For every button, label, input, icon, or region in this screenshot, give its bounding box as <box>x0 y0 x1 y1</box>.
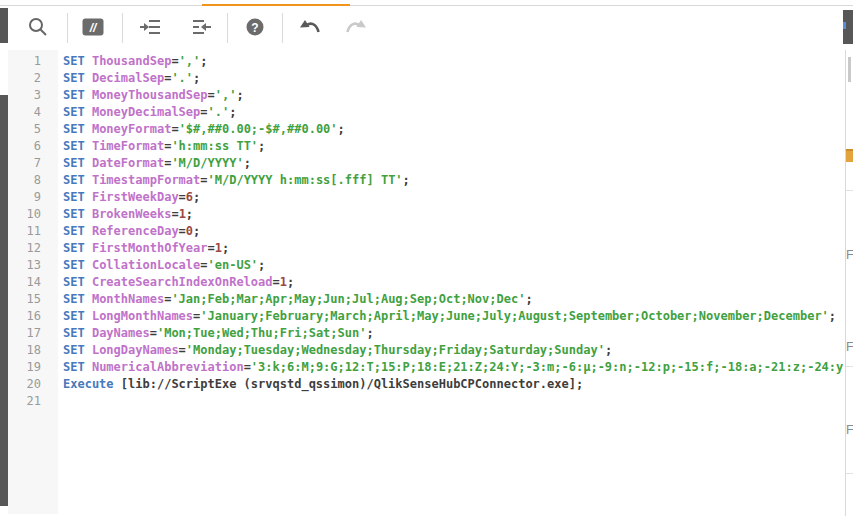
code-line[interactable]: SET DecimalSep='.'; <box>63 70 845 87</box>
toolbar-divider <box>122 13 123 43</box>
editor-toolbar: // <box>8 6 845 51</box>
toolbar-divider <box>67 13 68 43</box>
code-line[interactable]: SET ReferenceDay=0; <box>63 223 845 240</box>
code-line[interactable]: SET DayNames='Mon;Tue;Wed;Thu;Fri;Sat;Su… <box>63 325 845 342</box>
toolbar-divider <box>227 13 228 43</box>
code-line[interactable]: SET TimestampFormat='M/D/YYYY h:mm:ss[.f… <box>63 172 845 189</box>
line-number: 15 <box>8 291 41 308</box>
code-line[interactable]: Execute [lib://ScriptExe (srvqstd_qssimo… <box>63 376 845 393</box>
help-button[interactable]: ? <box>239 12 271 44</box>
line-number: 5 <box>8 121 41 138</box>
line-number: 9 <box>8 189 41 206</box>
right-panel-row-divider <box>846 473 853 474</box>
code-line[interactable]: SET LongMonthNames='January;February;Mar… <box>63 308 845 325</box>
data-load-editor: // <box>0 0 853 516</box>
line-number: 2 <box>8 70 41 87</box>
code-line[interactable]: SET MoneyThousandSep=','; <box>63 87 845 104</box>
line-number: 20 <box>8 376 41 393</box>
svg-text:?: ? <box>251 20 258 34</box>
line-number: 17 <box>8 325 41 342</box>
connection-row-fragment: F <box>846 340 853 354</box>
line-number: 12 <box>8 240 41 257</box>
code-line[interactable] <box>63 393 845 410</box>
line-number: 10 <box>8 206 41 223</box>
code-line[interactable]: SET CreateSearchIndexOnReload=1; <box>63 274 845 291</box>
help-icon: ? <box>245 17 265 40</box>
line-number: 21 <box>8 393 41 410</box>
indent-icon <box>140 16 162 41</box>
toolbar-divider <box>282 13 283 43</box>
undo-button[interactable] <box>294 12 326 44</box>
right-panel-header-accent <box>843 22 846 29</box>
code-line[interactable]: SET LongDayNames='Monday;Tuesday;Wednesd… <box>63 342 845 359</box>
left-panel-edge-top <box>0 8 8 43</box>
code-line[interactable]: SET TimeFormat='h:mm:ss TT'; <box>63 138 845 155</box>
line-number: 19 <box>8 359 41 376</box>
connection-icon-fragment <box>846 149 853 162</box>
right-panel-divider <box>845 50 846 516</box>
indent-button[interactable] <box>135 12 167 44</box>
right-panel-scrollbar[interactable] <box>848 57 851 82</box>
line-number: 18 <box>8 342 41 359</box>
search-icon <box>27 16 49 41</box>
line-number: 3 <box>8 87 41 104</box>
line-number: 7 <box>8 155 41 172</box>
line-number: 4 <box>8 104 41 121</box>
code-line[interactable]: SET BrokenWeeks=1; <box>63 206 845 223</box>
outdent-button[interactable] <box>186 12 218 44</box>
code-line[interactable]: SET FirstWeekDay=6; <box>63 189 845 206</box>
left-panel-edge <box>0 95 8 506</box>
search-button[interactable] <box>22 12 54 44</box>
line-number: 11 <box>8 223 41 240</box>
comment-icon: // <box>82 16 104 41</box>
code-line[interactable]: SET DateFormat='M/D/YYYY'; <box>63 155 845 172</box>
line-number-gutter: 123456789101112131415161718192021 <box>8 50 58 514</box>
code-line[interactable]: SET MoneyFormat='$#,##0.00;-$#,##0.00'; <box>63 121 845 138</box>
line-number: 13 <box>8 257 41 274</box>
redo-button <box>340 12 372 44</box>
undo-icon <box>298 16 322 41</box>
outdent-icon <box>191 16 213 41</box>
code-line[interactable]: SET NumericalAbbreviation='3:k;6:M;9:G;1… <box>63 359 845 376</box>
line-number: 8 <box>8 172 41 189</box>
right-panel-row-divider <box>846 366 853 367</box>
connection-row-fragment: F <box>846 248 853 262</box>
line-number: 16 <box>8 308 41 325</box>
code-line[interactable]: SET FirstMonthOfYear=1; <box>63 240 845 257</box>
line-number: 14 <box>8 274 41 291</box>
comment-button[interactable]: // <box>77 12 109 44</box>
right-panel-row-divider <box>846 190 853 191</box>
line-number: 6 <box>8 138 41 155</box>
line-number: 1 <box>8 53 41 70</box>
redo-icon <box>344 16 368 41</box>
code-line[interactable]: SET MonthNames='Jan;Feb;Mar;Apr;May;Jun;… <box>63 291 845 308</box>
connection-row-fragment: F <box>846 423 853 437</box>
code-area[interactable]: SET ThousandSep=',';SET DecimalSep='.';S… <box>58 50 845 514</box>
code-line[interactable]: SET ThousandSep=','; <box>63 53 845 70</box>
code-line[interactable]: SET CollationLocale='en-US'; <box>63 257 845 274</box>
code-line[interactable]: SET MoneyDecimalSep='.'; <box>63 104 845 121</box>
